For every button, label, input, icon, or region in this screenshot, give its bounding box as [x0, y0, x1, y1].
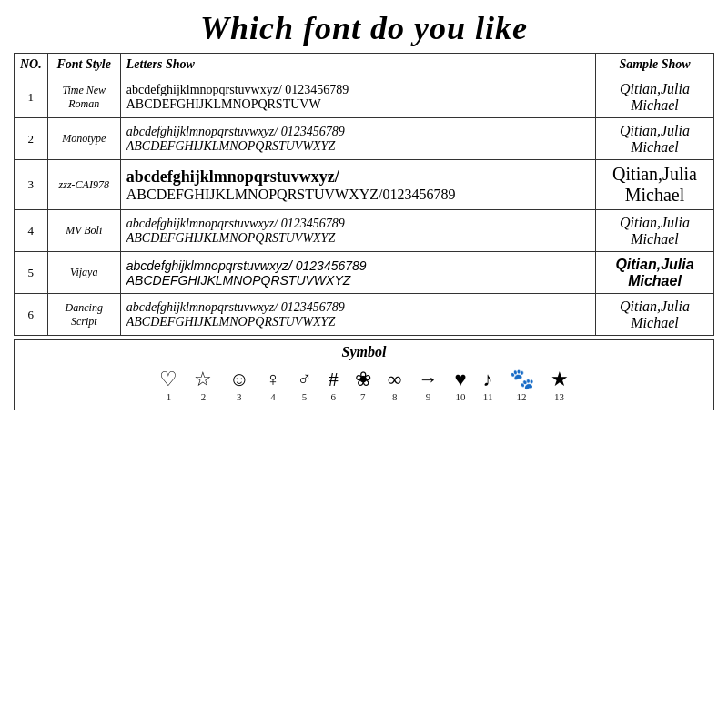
symbol-glyph: ♪	[483, 368, 493, 391]
table-row: 4 MV Boli abcdefghijklmnopqrstuvwxyz/ 01…	[15, 210, 714, 252]
cell-font-name: Monotype	[47, 118, 120, 160]
cell-font-name: MV Boli	[47, 210, 120, 252]
header-font: Font Style	[47, 54, 120, 76]
symbol-number: 11	[483, 391, 493, 402]
symbol-item: ☆ 2	[194, 368, 212, 402]
cell-font-name: Dancing Script	[47, 294, 120, 336]
cell-sample: Qitian,Julia Michael	[596, 76, 714, 118]
symbol-glyph: ♀	[266, 368, 281, 391]
cell-no: 3	[15, 160, 48, 210]
symbol-item: ♂ 5	[297, 368, 312, 402]
cell-sample: Qitian,Julia Michael	[596, 252, 714, 294]
header-sample: Sample Show	[596, 54, 714, 76]
symbol-glyph: ∞	[388, 368, 402, 391]
cell-no: 5	[15, 252, 48, 294]
table-row: 6 Dancing Script abcdefghijklmnopqrstuvw…	[15, 294, 714, 336]
symbol-number: 10	[456, 391, 466, 402]
symbol-number: 2	[201, 391, 207, 402]
symbol-number: 1	[167, 391, 172, 402]
cell-no: 6	[15, 294, 48, 336]
cell-sample: Qitian,Julia Michael	[596, 118, 714, 160]
table-row: 3 zzz-CAI978 abcdefghijklmnopqrstuvwxyz/…	[15, 160, 714, 210]
symbol-glyph: ♥	[455, 368, 467, 391]
font-table: NO. Font Style Letters Show Sample Show …	[14, 53, 714, 336]
symbol-number: 13	[554, 391, 564, 402]
symbol-item: ☺ 3	[228, 368, 248, 402]
cell-letters: abcdefghijklmnopqrstuvwxyz/ 0123456789 A…	[120, 294, 595, 336]
cell-sample: Qitian,Julia Michael	[596, 294, 714, 336]
main-title: Which font do you like	[14, 9, 714, 47]
symbol-title: Symbol	[18, 344, 710, 360]
symbol-number: 6	[331, 391, 337, 402]
symbol-glyph: ❀	[355, 368, 371, 391]
symbol-number: 3	[237, 391, 242, 402]
cell-font-name: Vijaya	[47, 252, 120, 294]
cell-letters: abcdefghijklmnopqrstuvwxyz/ 0123456789 A…	[120, 252, 595, 294]
symbol-number: 5	[302, 391, 308, 402]
page: Which font do you like NO. Font Style Le…	[0, 0, 728, 728]
header-letters: Letters Show	[120, 54, 595, 76]
cell-letters: abcdefghijklmnopqrstuvwxyz/ 0123456789 A…	[120, 210, 595, 252]
symbol-section: Symbol ♡ 1 ☆ 2 ☺ 3 ♀ 4 ♂ 5 # 6 ❀ 7 ∞ 8 →…	[14, 339, 714, 410]
symbols-row: ♡ 1 ☆ 2 ☺ 3 ♀ 4 ♂ 5 # 6 ❀ 7 ∞ 8 → 9 ♥ 10…	[18, 364, 710, 406]
cell-no: 2	[15, 118, 48, 160]
symbol-number: 12	[517, 391, 527, 402]
symbol-glyph: ♡	[159, 368, 177, 391]
symbol-glyph: →	[419, 368, 439, 391]
table-row: 1 Time New Roman abcdefghijklmnopqrstuvw…	[15, 76, 714, 118]
header-no: NO.	[15, 54, 48, 76]
cell-no: 4	[15, 210, 48, 252]
cell-letters: abcdefghijklmnopqrstuvwxyz/ 0123456789 A…	[120, 118, 595, 160]
table-header-row: NO. Font Style Letters Show Sample Show	[15, 54, 714, 76]
symbol-glyph: ☆	[194, 368, 212, 391]
cell-letters: abcdefghijklmnopqrstuvwxyz/ ABCDEFGHIJKL…	[120, 160, 595, 210]
symbol-item: → 9	[419, 368, 439, 402]
symbol-glyph: ★	[551, 368, 569, 391]
symbol-item: ∞ 8	[388, 368, 402, 402]
cell-font-name: Time New Roman	[47, 76, 120, 118]
cell-sample: Qitian,Julia Michael	[596, 210, 714, 252]
symbol-item: ♥ 10	[455, 368, 467, 402]
symbol-item: ★ 13	[551, 368, 569, 402]
table-row: 5 Vijaya abcdefghijklmnopqrstuvwxyz/ 012…	[15, 252, 714, 294]
symbol-item: ♪ 11	[483, 368, 493, 402]
cell-letters: abcdefghijklmnopqrstuvwxyz/ 0123456789 A…	[120, 76, 595, 118]
symbol-item: 🐾 12	[510, 368, 534, 402]
cell-font-name: zzz-CAI978	[47, 160, 120, 210]
cell-no: 1	[15, 76, 48, 118]
symbol-item: ❀ 7	[355, 368, 371, 402]
symbol-glyph: ♂	[297, 368, 312, 391]
symbol-glyph: 🐾	[510, 368, 534, 391]
symbol-item: ♀ 4	[266, 368, 281, 402]
symbol-number: 7	[360, 391, 366, 402]
symbol-item: # 6	[329, 368, 339, 402]
table-row: 2 Monotype abcdefghijklmnopqrstuvwxyz/ 0…	[15, 118, 714, 160]
symbol-glyph: #	[329, 368, 339, 391]
symbol-number: 9	[426, 391, 431, 402]
symbol-number: 8	[392, 391, 398, 402]
symbol-number: 4	[270, 391, 276, 402]
cell-sample: Qitian,Julia Michael	[596, 160, 714, 210]
symbol-item: ♡ 1	[159, 368, 177, 402]
symbol-glyph: ☺	[228, 368, 248, 391]
